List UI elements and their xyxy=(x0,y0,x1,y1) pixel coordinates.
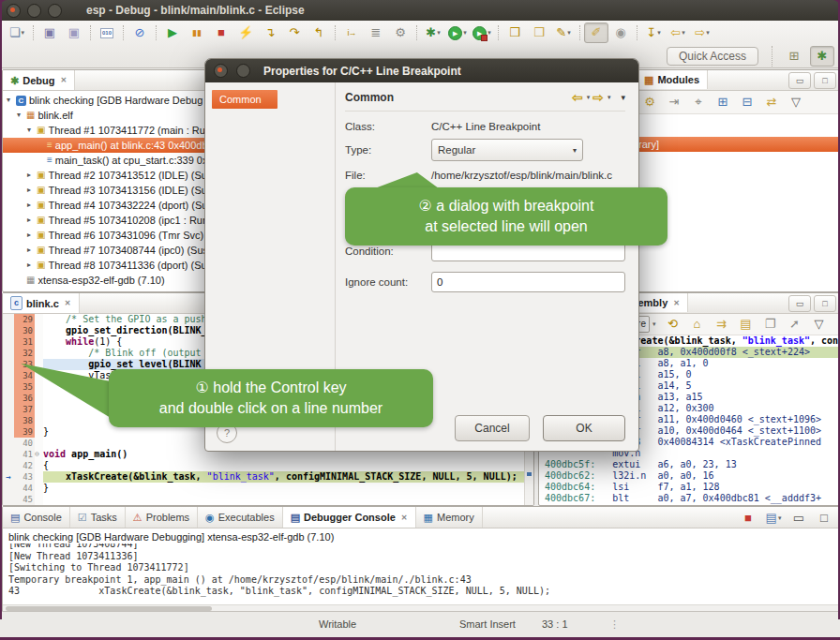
line-number[interactable]: 39 xyxy=(14,426,35,438)
line-number[interactable]: 44 xyxy=(14,483,35,494)
disconnect-icon[interactable]: ⚡ xyxy=(233,22,258,43)
load-symbols-icon[interactable]: ⇥ xyxy=(663,93,685,112)
expander-icon[interactable]: ▸ xyxy=(27,198,37,213)
trim-handle-icon[interactable]: ⋮ xyxy=(609,618,620,631)
terminate-console-icon[interactable]: ■ xyxy=(737,509,759,528)
console-tab-console[interactable]: ▤Console xyxy=(3,507,70,528)
close-icon[interactable]: ✕ xyxy=(60,76,67,84)
code-line[interactable]: 42{ xyxy=(3,460,533,471)
console-tab-tasks[interactable]: ☑Tasks xyxy=(70,507,126,528)
expand-all-icon[interactable]: ⊞ xyxy=(712,93,734,112)
line-number[interactable]: 40 xyxy=(14,438,35,449)
console-tab-memory[interactable]: ▦Memory xyxy=(416,507,483,528)
minimize-icon[interactable] xyxy=(236,64,250,78)
last-edit-location-icon-dropdown[interactable]: ▾ xyxy=(657,29,661,37)
save-all-icon[interactable]: ▣ xyxy=(62,22,86,43)
close-icon[interactable] xyxy=(214,64,228,78)
chevron-down-icon[interactable]: ▾ xyxy=(608,94,611,101)
disassembly-line[interactable]: 400dbc67: blt a0, a7, 0x400dbc81 <__addd… xyxy=(545,493,839,504)
collapse-all-icon[interactable]: ⊟ xyxy=(736,93,758,112)
expander-icon[interactable]: ▾ xyxy=(27,123,37,138)
line-number[interactable]: 42 xyxy=(14,460,35,471)
line-number[interactable]: 38 xyxy=(14,415,35,426)
disassembly-line[interactable]: 400dbc62: l32i.n a0, a0, 16 xyxy=(545,470,839,482)
home-icon[interactable]: ⌂ xyxy=(686,315,709,334)
display-selected-console-icon[interactable]: ▤▾ xyxy=(762,509,785,528)
maximize-icon[interactable]: □ xyxy=(814,295,836,312)
expander-icon[interactable]: ▸ xyxy=(27,258,37,273)
debug-tree-row[interactable]: ▾Cblink checking [GDB Hardware Debug xyxy=(3,93,205,108)
debug-icon[interactable]: ✱▾ xyxy=(421,22,445,43)
close-icon[interactable] xyxy=(7,4,21,18)
line-number[interactable]: 29 xyxy=(14,314,35,325)
maximize-icon[interactable]: □ xyxy=(813,509,835,528)
debug-tree-row[interactable]: ▸▣Thread #5 1073410208 (ipc1 : Runni xyxy=(3,213,205,228)
step-into-icon[interactable]: ↴ xyxy=(258,22,282,43)
external-tools-icon-dropdown[interactable]: ▾ xyxy=(488,29,491,37)
instruction-stepping-icon[interactable]: i→ xyxy=(339,22,364,43)
tab-debug[interactable]: ✱ Debug ✕ xyxy=(3,70,75,90)
sync-active-context-icon[interactable]: ⇉ xyxy=(711,315,733,334)
mark-occurrences-icon-dropdown[interactable]: ▾ xyxy=(567,29,571,37)
disassembly-line[interactable]: 400dbc5f: extui a6, a0, 23, 13 xyxy=(545,459,839,470)
minimize-icon[interactable]: ▭ xyxy=(788,295,811,312)
open-perspective-icon[interactable]: ⊞ xyxy=(782,46,806,67)
add-module-icon[interactable]: ⚙ xyxy=(638,93,661,112)
code-line[interactable]: 45 xyxy=(3,494,533,505)
forward-icon[interactable]: ⇨▾ xyxy=(690,22,714,43)
line-number[interactable]: 37 xyxy=(14,404,35,415)
debug-icon-dropdown[interactable]: ▾ xyxy=(437,29,441,37)
maximize-icon[interactable]: □ xyxy=(814,72,836,89)
debug-tree-row[interactable]: ▾▦blink.elf xyxy=(3,108,205,123)
minimize-icon[interactable] xyxy=(27,4,41,18)
view-menu-icon[interactable]: ▽ xyxy=(808,315,831,334)
refresh-icon[interactable]: ⟲ xyxy=(662,315,684,334)
ok-button[interactable]: OK xyxy=(543,415,625,441)
tab-blink-c[interactable]: c blink.c ✕ xyxy=(3,293,80,313)
line-number[interactable]: 35 xyxy=(14,381,35,393)
line-number[interactable]: 45 xyxy=(14,494,35,505)
close-icon[interactable]: ✕ xyxy=(65,299,71,307)
binary-file-icon[interactable]: 010 xyxy=(95,22,119,43)
chevron-down-icon[interactable]: ▾ xyxy=(587,94,591,101)
view-menu-icon[interactable]: ▽ xyxy=(785,93,807,112)
line-number[interactable]: 32 xyxy=(14,348,35,359)
debug-tree-row[interactable]: ▦xtensa-esp32-elf-gdb (7.10) xyxy=(3,273,205,288)
save-icon[interactable]: ▣ xyxy=(38,22,62,43)
debug-tree-row[interactable]: ▸▣Thread #8 1073411336 (dport) (Sus xyxy=(3,258,205,273)
show-source-icon[interactable]: ▤ xyxy=(735,315,758,334)
debug-tree-row[interactable]: ▸▣Thread #3 1073413156 (IDLE) (Susp xyxy=(3,183,205,198)
expander-icon[interactable]: ▸ xyxy=(27,213,37,228)
type-select[interactable]: Regular ▾ xyxy=(431,139,583,161)
back-icon[interactable]: ⇦ xyxy=(572,90,583,105)
minimize-icon[interactable]: ▭ xyxy=(788,509,810,528)
close-icon[interactable]: ✕ xyxy=(673,299,680,307)
debug-tree-row[interactable]: ≡main_task() at cpu_start.c:339 0x4 xyxy=(3,153,205,168)
debug-tree-row[interactable]: ▾▣Thread #1 1073411772 (main : Runn xyxy=(3,123,205,138)
tab-modules[interactable]: ▦ Modules xyxy=(637,70,708,89)
console-tab-debugger-console[interactable]: ▤Debugger Console✕ xyxy=(283,507,416,528)
line-number[interactable]: 41 xyxy=(14,449,35,460)
dialog-titlebar[interactable]: Properties for C/C++ Line Breakpoint xyxy=(205,59,638,82)
chevron-down-icon[interactable]: ▾ xyxy=(652,320,656,328)
expander-icon[interactable]: ▸ xyxy=(27,168,37,183)
maximize-icon[interactable] xyxy=(48,4,62,18)
window-titlebar[interactable]: esp - Debug - blink/main/blink.c - Eclip… xyxy=(0,0,840,21)
disassembly-line[interactable]: 400dbc64: lsi f7, a1, 128 xyxy=(545,482,839,493)
debug-tree-row[interactable]: ▸▣Thread #4 1073432224 (dport) (Sus xyxy=(3,198,205,213)
new-wizard-icon-dropdown[interactable]: ▾ xyxy=(22,29,25,37)
step-return-icon[interactable]: ↰ xyxy=(307,22,331,43)
use-step-filters-icon[interactable]: ⚙ xyxy=(388,22,412,43)
minimize-icon[interactable]: ▭ xyxy=(788,72,811,89)
debug-tree-row[interactable]: ▸▣Thread #6 1073431096 (Tmr Svc) (S xyxy=(3,228,205,243)
expander-icon[interactable]: ▾ xyxy=(17,108,26,123)
debug-perspective-icon[interactable]: ✱ xyxy=(810,46,834,67)
close-icon[interactable]: ✕ xyxy=(401,513,408,522)
quick-access-button[interactable]: Quick Access xyxy=(667,47,758,66)
terminate-icon[interactable]: ■ xyxy=(209,22,233,43)
line-number[interactable]: 30 xyxy=(14,325,35,336)
mark-occurrences-icon[interactable]: ✎▾ xyxy=(551,22,576,43)
skip-breakpoints-icon[interactable]: ⊘ xyxy=(128,22,152,43)
code-line[interactable]: →43 xTaskCreate(&blink_task, "blink_task… xyxy=(3,471,533,483)
expander-icon[interactable]: ▸ xyxy=(27,183,37,198)
